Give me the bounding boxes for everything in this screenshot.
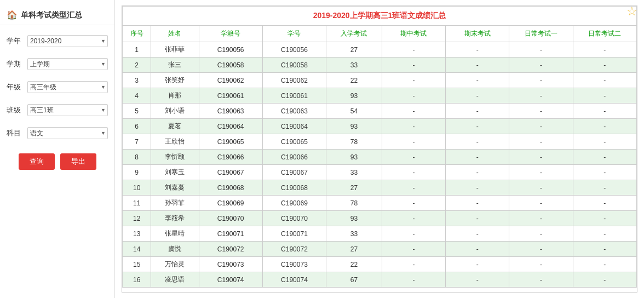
cell-2-7: - [509, 73, 573, 88]
cell-8-2: C190067 [199, 165, 262, 180]
cell-3-5: - [382, 88, 445, 104]
cell-4-1: 刘小语 [151, 104, 199, 119]
export-button[interactable]: 导出 [60, 153, 96, 170]
cell-11-5: - [382, 211, 445, 226]
query-button[interactable]: 查询 [19, 153, 55, 170]
col-header-score2: 期中考试 [382, 26, 445, 42]
col-header-xuehao: 学号 [262, 26, 326, 42]
cell-15-0: 16 [123, 272, 151, 288]
cell-12-5: - [382, 226, 445, 242]
cell-3-7: - [509, 88, 573, 104]
select-banji[interactable]: 高三1班 高三2班 高三3班 [27, 104, 108, 116]
cell-10-2: C190069 [199, 196, 262, 211]
cell-12-0: 13 [123, 226, 151, 242]
cell-15-6: - [446, 272, 509, 288]
cell-3-3: C190061 [262, 88, 326, 104]
cell-1-8: - [573, 58, 636, 73]
form-group-xueqi: 学期 上学期 下学期 [0, 54, 114, 74]
cell-12-4: 33 [326, 226, 382, 242]
cell-13-3: C190072 [262, 242, 326, 257]
cell-14-2: C190073 [199, 257, 262, 272]
main-content: 2019-2020上学期高三1班语文成绩汇总 序号 姓名 学籍号 学号 入学考试… [115, 0, 644, 298]
cell-9-2: C190068 [199, 180, 262, 196]
cell-14-4: 22 [326, 257, 382, 272]
star-icon[interactable]: ☆ [626, 4, 637, 19]
select-wrapper-xueqi: 上学期 下学期 [27, 58, 108, 70]
cell-3-6: - [446, 88, 509, 104]
data-table: 2019-2020上学期高三1班语文成绩汇总 序号 姓名 学籍号 学号 入学考试… [122, 6, 637, 288]
cell-0-8: - [573, 42, 636, 58]
cell-5-3: C190064 [262, 119, 326, 134]
cell-4-2: C190063 [199, 104, 262, 119]
cell-10-7: - [509, 196, 573, 211]
cell-3-4: 93 [326, 88, 382, 104]
cell-6-3: C190065 [262, 134, 326, 150]
cell-14-8: - [573, 257, 636, 272]
cell-13-0: 14 [123, 242, 151, 257]
cell-4-7: - [509, 104, 573, 119]
table-row: 14虞悦C190072C19007227---- [123, 242, 637, 257]
cell-2-5: - [382, 73, 445, 88]
cell-3-0: 4 [123, 88, 151, 104]
cell-6-7: - [509, 134, 573, 150]
cell-11-4: 93 [326, 211, 382, 226]
cell-6-2: C190065 [199, 134, 262, 150]
select-kemu[interactable]: 语文 数学 英语 [27, 127, 108, 139]
label-nianji: 年级 [7, 82, 27, 92]
table-row: 11孙羽菲C190069C19006978---- [123, 196, 637, 211]
cell-0-7: - [509, 42, 573, 58]
col-header-score5: 日常考试二 [573, 26, 636, 42]
label-kemu: 科目 [7, 128, 27, 138]
table-row: 13张星晴C190071C19007133---- [123, 226, 637, 242]
cell-7-2: C190066 [199, 150, 262, 165]
cell-14-0: 15 [123, 257, 151, 272]
cell-6-8: - [573, 134, 636, 150]
cell-1-5: - [382, 58, 445, 73]
cell-10-8: - [573, 196, 636, 211]
select-xueqi[interactable]: 上学期 下学期 [27, 58, 108, 70]
label-xuenian: 学年 [7, 36, 27, 46]
select-nianji[interactable]: 高三年级 高二年级 高一年级 [27, 81, 108, 93]
cell-10-1: 孙羽菲 [151, 196, 199, 211]
cell-8-8: - [573, 165, 636, 180]
cell-0-3: C190056 [262, 42, 326, 58]
cell-8-7: - [509, 165, 573, 180]
cell-10-5: - [382, 196, 445, 211]
table-row: 7王欣怡C190065C19006578---- [123, 134, 637, 150]
col-header-score4: 日常考试一 [509, 26, 573, 42]
cell-5-7: - [509, 119, 573, 134]
cell-1-0: 2 [123, 58, 151, 73]
cell-6-6: - [446, 134, 509, 150]
select-xuenian[interactable]: 2019-2020 2018-2019 2017-2018 [27, 35, 108, 47]
cell-10-4: 78 [326, 196, 382, 211]
cell-10-0: 11 [123, 196, 151, 211]
cell-5-6: - [446, 119, 509, 134]
cell-4-4: 54 [326, 104, 382, 119]
cell-14-7: - [509, 257, 573, 272]
cell-2-3: C190062 [262, 73, 326, 88]
cell-0-5: - [382, 42, 445, 58]
data-table-wrapper[interactable]: 2019-2020上学期高三1班语文成绩汇总 序号 姓名 学籍号 学号 入学考试… [122, 5, 637, 293]
cell-7-8: - [573, 150, 636, 165]
cell-1-7: - [509, 58, 573, 73]
cell-2-2: C190062 [199, 73, 262, 88]
cell-9-5: - [382, 180, 445, 196]
cell-0-4: 27 [326, 42, 382, 58]
cell-9-8: - [573, 180, 636, 196]
cell-1-2: C190058 [199, 58, 262, 73]
cell-15-2: C190074 [199, 272, 262, 288]
form-group-nianji: 年级 高三年级 高二年级 高一年级 [0, 77, 114, 98]
cell-4-0: 5 [123, 104, 151, 119]
table-body: 1张菲菲C190056C19005627----2张三C190058C19005… [123, 42, 637, 288]
cell-15-3: C190074 [262, 272, 326, 288]
cell-1-6: - [446, 58, 509, 73]
col-header-score1: 入学考试 [326, 26, 382, 42]
cell-7-5: - [382, 150, 445, 165]
table-row: 4肖那C190061C19006193---- [123, 88, 637, 104]
cell-12-6: - [446, 226, 509, 242]
cell-6-5: - [382, 134, 445, 150]
table-row: 12李筱希C190070C19007093---- [123, 211, 637, 226]
table-row: 10刘嘉蔓C190068C19006827---- [123, 180, 637, 196]
cell-11-7: - [509, 211, 573, 226]
select-wrapper-nianji: 高三年级 高二年级 高一年级 [27, 81, 108, 93]
